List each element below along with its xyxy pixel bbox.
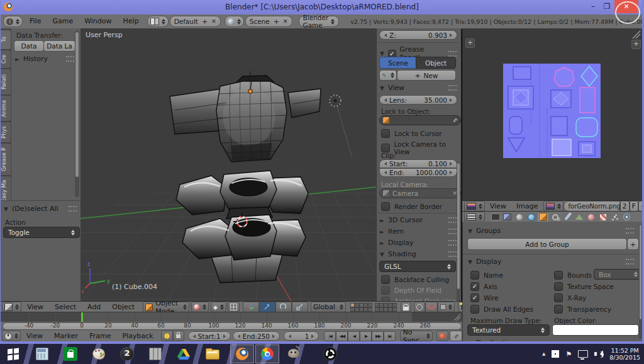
expand-arrow-icon[interactable]: ► — [380, 229, 384, 235]
image-menu-view[interactable]: View — [485, 201, 511, 212]
tl-menu-frame[interactable]: Frame — [84, 330, 116, 342]
editor-type-info-button[interactable]: i — [3, 16, 23, 27]
backface-row[interactable]: Backface Culling — [381, 275, 449, 284]
add-to-group-button[interactable]: Add to Group — [467, 238, 627, 250]
start-button[interactable] — [6, 347, 20, 361]
draw-all-edges-row[interactable]: Draw All Edges — [470, 305, 533, 314]
wire-row[interactable]: ✓ Wire — [470, 293, 499, 302]
record-button[interactable] — [436, 331, 448, 341]
timeline-scrub-area[interactable] — [0, 312, 462, 322]
tl-menu-playback[interactable]: Playback — [116, 330, 158, 342]
region-expand-icon[interactable]: + — [631, 40, 641, 49]
preview-range-button[interactable] — [161, 331, 173, 341]
data-button[interactable]: Data — [14, 40, 44, 52]
fake-user-button[interactable]: F — [630, 201, 638, 212]
image-menu-image[interactable]: Image — [511, 201, 543, 212]
tab-scene-icon[interactable] — [514, 213, 525, 222]
armor-shoulder-piece[interactable] — [176, 171, 308, 219]
action-select[interactable]: Toggle — [3, 227, 80, 238]
transparency-row[interactable]: Transparency — [554, 305, 611, 314]
volume-icon[interactable] — [594, 350, 603, 358]
object-color-swatch[interactable] — [552, 324, 639, 336]
panel-grip-icon[interactable] — [66, 56, 74, 62]
scene-name-field[interactable]: Scene + ✕ — [245, 16, 292, 27]
lock-camera-checkbox[interactable] — [381, 144, 390, 152]
tl-menu-marker[interactable]: Marker — [48, 330, 84, 342]
menu-game[interactable]: Game — [47, 14, 79, 28]
bounds-checkbox[interactable] — [554, 271, 563, 280]
action-center-flag-icon[interactable]: ⚑ — [565, 350, 572, 358]
taskbar-clock[interactable]: 11:52 PM 8/30/2015 — [609, 347, 640, 361]
tab-animation[interactable]: Anima — [1, 95, 11, 122]
panel-grip-icon[interactable] — [69, 206, 77, 212]
ao-checkbox[interactable] — [381, 297, 390, 301]
add-layout-icon[interactable]: + — [202, 18, 208, 26]
tab-particles-icon[interactable] — [609, 213, 620, 222]
v3d-menu-add[interactable]: Add — [82, 302, 106, 312]
render-engine-select[interactable]: Blender Game — [299, 16, 340, 27]
panel-grip-icon[interactable] — [448, 240, 457, 246]
history-panel-header[interactable]: ► History — [15, 55, 74, 63]
screen-layout-icon-button[interactable] — [147, 16, 169, 27]
tl-menu-view[interactable]: View — [21, 330, 48, 342]
data-layout-button[interactable]: Data La — [43, 40, 75, 52]
tab-relations[interactable]: Relati — [1, 69, 11, 95]
expand-arrow-icon[interactable]: ► — [380, 217, 384, 224]
tab-texture-icon[interactable] — [597, 213, 608, 222]
wire-checkbox[interactable]: ✓ — [470, 293, 479, 302]
gimp-icon[interactable] — [287, 347, 301, 361]
texture-space-row[interactable]: Texture Space — [554, 282, 614, 291]
toolshelf-scrollbar[interactable] — [75, 31, 79, 197]
render-border-checkbox[interactable] — [381, 202, 390, 211]
manipulator-translate-button[interactable] — [259, 302, 275, 312]
v3d-menu-select[interactable]: Select — [49, 302, 82, 312]
collapse-arrow-icon[interactable]: ▼ — [468, 259, 472, 265]
local-camera-field[interactable]: Camera ✕ — [379, 188, 461, 198]
frame-start-field[interactable]: Start: 1 — [188, 331, 231, 341]
collapse-arrow-icon[interactable]: ▼ — [380, 251, 384, 258]
image-users-button[interactable]: 2 — [620, 201, 630, 212]
delete-layout-icon[interactable]: ✕ — [211, 18, 216, 25]
bounds-type-select[interactable]: Box — [594, 269, 643, 280]
google-drive-icon[interactable] — [177, 347, 191, 361]
name-row[interactable]: Name — [470, 271, 503, 280]
tab-physics-icon[interactable] — [621, 213, 632, 222]
scrollbar-thumb[interactable] — [457, 163, 460, 289]
windows-tray-icon[interactable] — [552, 350, 559, 358]
v3d-menu-object[interactable]: Object — [106, 302, 140, 312]
empty-object[interactable] — [330, 95, 352, 157]
tab-grease-pencil[interactable]: Grease P — [1, 143, 11, 176]
cursor3d-panel-header[interactable]: ► 3D Cursor — [380, 216, 457, 224]
blocks-icon[interactable] — [148, 347, 162, 361]
collapse-arrow-icon[interactable]: ▼ — [380, 50, 384, 57]
obs-icon[interactable] — [323, 347, 337, 361]
maximize-button[interactable]: ❐ — [600, 1, 614, 13]
next-keyframe-button[interactable]: ▶▶ — [372, 331, 384, 341]
lens-field[interactable]: Lens: 35.000 — [379, 95, 457, 105]
region-expand-icon[interactable]: + — [465, 38, 475, 48]
menu-file[interactable]: File — [24, 14, 47, 28]
delete-scene-icon[interactable]: ✕ — [283, 18, 288, 25]
manipulator-scale-button[interactable] — [292, 302, 308, 312]
axis-checkbox[interactable]: ✓ — [470, 282, 479, 291]
resize-grip-icon[interactable] — [453, 313, 462, 322]
gp-source-object-tab[interactable]: Object — [416, 57, 456, 69]
viewport-shading-button[interactable] — [191, 302, 209, 312]
tab-world-icon[interactable] — [526, 213, 536, 222]
file-explorer-icon[interactable] — [205, 347, 219, 361]
snap-element-select[interactable] — [438, 302, 455, 312]
tab-modifiers-icon[interactable] — [562, 213, 572, 222]
z-location-field[interactable]: Z: 0.903 — [379, 30, 457, 40]
play-reverse-button[interactable]: ◀ — [348, 331, 360, 341]
xray-checkbox[interactable] — [554, 293, 563, 302]
panel-grip-icon[interactable] — [448, 51, 457, 57]
dof-checkbox[interactable] — [381, 286, 390, 295]
editor-type-timeline-button[interactable] — [2, 331, 21, 341]
layout-name-field[interactable]: Default + ✕ — [170, 16, 221, 27]
collapse-arrow-icon[interactable]: ▼ — [468, 228, 472, 234]
display-props-header[interactable]: ▼ Display — [468, 258, 634, 266]
clip-start-field[interactable]: Start: 0.100 — [379, 159, 457, 168]
manipulator-axes-button[interactable] — [243, 302, 259, 312]
prev-keyframe-button[interactable]: ◀◀ — [336, 331, 348, 341]
lock-to-scene-button[interactable] — [401, 302, 411, 312]
